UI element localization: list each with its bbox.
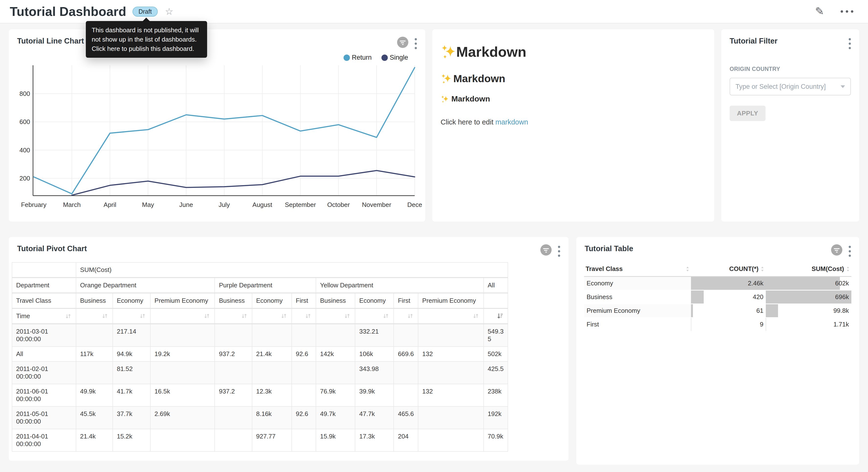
- pivot-value-cell: [76, 324, 113, 347]
- sort-icon[interactable]: [382, 312, 390, 320]
- column-header-travel-class[interactable]: Travel Class: [584, 262, 691, 276]
- svg-text:August: August: [252, 201, 272, 208]
- dashboard-header: Tutorial Dashboard Draft ☆ ✎: [0, 0, 868, 24]
- pivot-value-cell: 45.5k: [76, 407, 113, 429]
- pivot-value-cell: 15.9k: [316, 429, 355, 451]
- pivot-value-cell: 132: [418, 347, 484, 361]
- sort-icon[interactable]: [203, 312, 211, 320]
- markdown-h1: Markdown: [441, 43, 706, 60]
- favorite-star-icon[interactable]: ☆: [165, 7, 173, 16]
- pivot-value-cell: 49.7k: [316, 407, 355, 429]
- pivot-data-row: All117k94.9k19.2k937.221.4k92.6142k106k6…: [12, 347, 508, 361]
- pivot-value-cell: 425.5: [484, 361, 508, 384]
- pivot-group-header: Purple Department: [215, 277, 316, 293]
- pivot-value-cell: [418, 407, 484, 429]
- sort-icon[interactable]: [139, 312, 146, 320]
- sort-icon[interactable]: [407, 312, 414, 320]
- chart-kebab-menu-icon[interactable]: [849, 244, 851, 257]
- pivot-value-cell: [418, 361, 484, 384]
- pivot-value-cell: 8.16k: [252, 407, 292, 429]
- pivot-value-cell: 343.98: [355, 361, 394, 384]
- header-more-menu-icon[interactable]: [841, 10, 853, 13]
- pivot-value-cell: 49.9k: [76, 384, 113, 407]
- pivot-group-header: Yellow Department: [316, 277, 484, 293]
- table-row: Economy2.46k602k: [584, 276, 851, 290]
- apply-button[interactable]: APPLY: [730, 106, 766, 121]
- pivot-data-row: 2011-03-01 00:00:00217.14332.21549.35: [12, 324, 508, 347]
- count-cell: 420: [691, 290, 766, 304]
- column-sort-icon[interactable]: [686, 266, 689, 272]
- column-header-count[interactable]: COUNT(*): [691, 262, 766, 276]
- svg-text:May: May: [142, 201, 154, 208]
- pivot-value-cell: 39.9k: [355, 384, 394, 407]
- markdown-h3: Markdown: [441, 94, 706, 104]
- pivot-value-cell: [316, 361, 355, 384]
- filter-indicator-icon[interactable]: [540, 244, 552, 256]
- sort-icon[interactable]: [344, 312, 351, 320]
- pivot-value-cell: 16.5k: [150, 384, 215, 407]
- sort-descending-icon[interactable]: [496, 312, 504, 320]
- filter-kebab-menu-icon[interactable]: [849, 37, 851, 49]
- sort-icon[interactable]: [304, 312, 312, 320]
- pivot-data-row: 2011-04-01 00:00:0021.4k15.2k927.7715.9k…: [12, 429, 508, 451]
- draft-badge[interactable]: Draft: [132, 7, 157, 17]
- pivot-value-cell: 12.3k: [252, 384, 292, 407]
- markdown-edit-link[interactable]: markdown: [495, 118, 528, 126]
- sort-icon[interactable]: [280, 312, 287, 320]
- pivot-value-cell: 927.77: [252, 429, 292, 451]
- travel-class-table: Travel ClassCOUNT(*)SUM(Cost)Economy2.46…: [584, 262, 851, 332]
- page-title: Tutorial Dashboard: [10, 4, 126, 19]
- column-sort-icon[interactable]: [761, 266, 764, 272]
- svg-text:200: 200: [20, 175, 30, 182]
- origin-country-label: ORIGIN COUNTRY: [730, 66, 851, 72]
- pivot-value-cell: 41.7k: [113, 384, 150, 407]
- legend-item-single[interactable]: Single: [381, 54, 408, 61]
- pivot-class-header: Premium Economy: [418, 293, 484, 308]
- pivot-value-cell: [418, 429, 484, 451]
- sort-icon[interactable]: [101, 312, 108, 320]
- pivot-value-cell: 937.2: [215, 384, 252, 407]
- pivot-class-header: Business: [316, 293, 355, 308]
- pivot-chart-title: Tutorial Pivot Chart: [17, 244, 87, 253]
- pivot-value-cell: 17.3k: [355, 429, 394, 451]
- pivot-value-cell: 47.7k: [355, 407, 394, 429]
- pivot-metric-label: SUM(Cost): [76, 262, 508, 277]
- sort-icon[interactable]: [472, 312, 479, 320]
- pivot-value-cell: 549.35: [484, 324, 508, 347]
- filter-indicator-icon[interactable]: [831, 244, 842, 256]
- table-header-row: Travel ClassCOUNT(*)SUM(Cost): [584, 262, 851, 276]
- travel-class-cell: Economy: [584, 276, 691, 290]
- pivot-value-cell: 76.9k: [316, 384, 355, 407]
- pivot-table: SUM(Cost)DepartmentOrange DepartmentPurp…: [12, 262, 508, 452]
- column-sort-icon[interactable]: [846, 266, 850, 272]
- edit-pencil-icon[interactable]: ✎: [813, 5, 826, 18]
- sort-icon[interactable]: [65, 313, 72, 320]
- pivot-value-cell: [418, 324, 484, 347]
- pivot-class-header: First: [292, 293, 316, 308]
- svg-text:800: 800: [20, 90, 30, 97]
- sort-icon[interactable]: [241, 312, 248, 320]
- pivot-time-value: 2011-02-01 00:00:00: [12, 361, 76, 384]
- table-row: First91.71k: [584, 318, 851, 331]
- pivot-class-header: Economy: [252, 293, 292, 308]
- origin-country-select[interactable]: Type or Select [Origin Country]: [730, 78, 851, 95]
- pivot-value-cell: [150, 429, 215, 451]
- pivot-class-header: Economy: [355, 293, 394, 308]
- column-header-sum-cost[interactable]: SUM(Cost): [766, 262, 851, 276]
- table-row: Premium Economy6199.8k: [584, 304, 851, 318]
- chart-kebab-menu-icon[interactable]: [558, 244, 560, 257]
- svg-text:400: 400: [20, 147, 30, 154]
- count-cell: 61: [691, 304, 766, 318]
- sparkles-icon: [441, 73, 452, 84]
- draft-tooltip[interactable]: This dashboard is not published, it will…: [86, 21, 207, 58]
- pivot-value-cell: 502k: [484, 347, 508, 361]
- select-placeholder: Type or Select [Origin Country]: [736, 83, 841, 90]
- pivot-metric-row: SUM(Cost): [12, 262, 508, 277]
- pivot-value-cell: 92.6: [292, 407, 316, 429]
- table-card-title: Tutorial Table: [585, 244, 633, 253]
- chevron-down-icon: [841, 85, 845, 88]
- pivot-value-cell: 132: [418, 384, 484, 407]
- svg-text:Dece: Dece: [407, 201, 422, 208]
- legend-item-return[interactable]: Return: [344, 54, 372, 61]
- svg-text:April: April: [104, 201, 116, 208]
